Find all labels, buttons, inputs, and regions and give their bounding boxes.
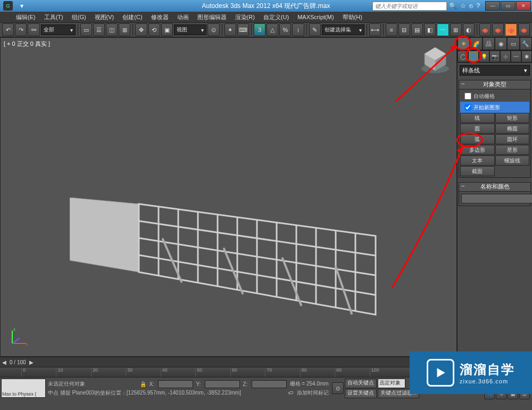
align-button[interactable]: ≡ bbox=[386, 23, 397, 36]
autokey-toggle[interactable]: 自动关键点 bbox=[345, 379, 377, 388]
sub-spacewarps[interactable]: 〰 bbox=[511, 51, 521, 62]
snap-toggle[interactable]: 3 bbox=[254, 23, 265, 36]
menu-maxscript[interactable]: MAXScript(M) bbox=[293, 14, 338, 20]
spinner-snap[interactable]: ↕ bbox=[292, 23, 304, 36]
btn-donut[interactable]: 圆环 bbox=[495, 134, 530, 144]
keyset-dropdown[interactable]: 选定对象 bbox=[378, 379, 405, 388]
btn-ellipse[interactable]: 椭圆 bbox=[495, 124, 530, 134]
render-button[interactable]: 🫖 bbox=[505, 23, 517, 36]
pivot-button[interactable]: ⊙ bbox=[207, 23, 219, 36]
undo-button[interactable]: ↶ bbox=[2, 23, 14, 36]
render-setup-button[interactable]: 🫖 bbox=[479, 23, 491, 36]
sub-systems[interactable]: ✱ bbox=[521, 51, 532, 62]
restore-button[interactable]: ▭ bbox=[501, 1, 516, 11]
keymode-button[interactable]: ⌨ bbox=[237, 23, 249, 36]
viewport-label[interactable]: [ + 0 正交 0 真实 ] bbox=[4, 40, 50, 48]
window-crossing-button[interactable]: ⊞ bbox=[119, 23, 130, 36]
help-icon[interactable]: ? bbox=[476, 2, 480, 10]
create-category-dropdown[interactable]: 样条线▾ bbox=[460, 65, 530, 76]
graphite-button[interactable]: ◧ bbox=[424, 23, 436, 36]
signin-icon[interactable]: ⎋ bbox=[469, 2, 473, 10]
menu-create[interactable]: 创建(C) bbox=[118, 13, 146, 21]
menu-modifiers[interactable]: 修改器 bbox=[147, 13, 173, 21]
autogrid-row[interactable]: 自动栅格 bbox=[460, 91, 529, 102]
menu-customize[interactable]: 自定义(U) bbox=[259, 13, 293, 21]
coord-x-input[interactable] bbox=[158, 380, 193, 388]
tab-motion[interactable]: ◉ bbox=[495, 37, 507, 50]
filter-dropdown[interactable]: 全部▾ bbox=[41, 24, 76, 35]
material-editor-button[interactable]: ◐ bbox=[463, 23, 475, 36]
layers-button[interactable]: ▤ bbox=[411, 23, 423, 36]
coord-y-input[interactable] bbox=[205, 380, 240, 388]
menu-view[interactable]: 视图(V) bbox=[90, 13, 119, 21]
lock-icon[interactable]: 🔒 bbox=[140, 381, 146, 387]
btn-helix[interactable]: 螺旋线 bbox=[495, 155, 530, 166]
manip-button[interactable]: ✦ bbox=[225, 23, 236, 36]
timeslider-frame[interactable]: 0 / 100 bbox=[6, 359, 29, 365]
modify-icon: 🌈 bbox=[472, 40, 480, 47]
percent-snap[interactable]: % bbox=[279, 23, 291, 36]
named-sel-dropdown[interactable]: 创建选择集▾ bbox=[322, 24, 364, 35]
edit-named-sel[interactable]: ✎ bbox=[309, 23, 321, 36]
tag-icon[interactable]: 🏷 bbox=[288, 390, 294, 396]
favorite-icon[interactable]: ☆ bbox=[460, 2, 466, 10]
search-icon[interactable]: 🔍 bbox=[449, 2, 457, 10]
menu-render[interactable]: 渲染(R) bbox=[231, 13, 259, 21]
rotate-button[interactable]: ⟲ bbox=[148, 23, 160, 36]
mirror-button[interactable]: ⟷ bbox=[369, 23, 381, 36]
rollout-title-objecttype[interactable]: 对象类型 bbox=[459, 80, 530, 89]
menu-group[interactable]: 组(G) bbox=[68, 13, 90, 21]
startnew-row[interactable]: 开始新图形 bbox=[460, 102, 529, 113]
angle-snap[interactable]: △ bbox=[267, 23, 278, 36]
scale-button[interactable]: ▣ bbox=[161, 23, 173, 36]
minimize-button[interactable]: — bbox=[485, 1, 500, 11]
viewport[interactable]: [ + 0 正交 0 真实 ] bbox=[0, 37, 457, 357]
link-button[interactable]: ⚯ bbox=[28, 23, 39, 36]
menu-help[interactable]: 帮助(H) bbox=[338, 13, 367, 21]
object-name-input[interactable] bbox=[461, 194, 532, 203]
app-icon[interactable]: G bbox=[3, 1, 13, 11]
startnew-checkbox[interactable] bbox=[464, 104, 471, 111]
timeslider-next[interactable]: ▶ bbox=[29, 359, 34, 365]
btn-star[interactable]: 星形 bbox=[495, 145, 530, 155]
curve-editor-button[interactable]: 〰 bbox=[437, 23, 448, 36]
btn-section[interactable]: 截面 bbox=[460, 166, 495, 176]
btn-line[interactable]: 线 bbox=[460, 113, 495, 123]
isolate-icon[interactable]: ⊙ bbox=[332, 382, 344, 394]
btn-rectangle[interactable]: 矩形 bbox=[495, 113, 530, 123]
help-search-input[interactable] bbox=[372, 2, 447, 11]
sub-helpers[interactable]: ⊹ bbox=[500, 51, 511, 62]
select-region-button[interactable]: ◫ bbox=[106, 23, 118, 36]
menu-edit[interactable]: 编辑(E) bbox=[12, 13, 40, 21]
menu-animation[interactable]: 动画 bbox=[173, 13, 193, 21]
autogrid-checkbox[interactable] bbox=[464, 93, 471, 100]
coord-dropdown[interactable]: 视图▾ bbox=[174, 24, 206, 35]
tab-utilities[interactable]: 🔧 bbox=[520, 37, 532, 50]
menu-graph[interactable]: 图形编辑器 bbox=[193, 13, 231, 21]
redo-button[interactable]: ↷ bbox=[15, 23, 27, 36]
maxscript-listener[interactable]: Max to Physex ( bbox=[1, 379, 46, 398]
viewcube[interactable] bbox=[419, 43, 451, 75]
close-button[interactable]: ✕ bbox=[516, 1, 531, 11]
quick-align[interactable]: ⊟ bbox=[398, 23, 410, 36]
btn-text[interactable]: 文本 bbox=[460, 155, 495, 166]
timeslider-prev[interactable]: ◀ bbox=[2, 359, 6, 365]
schematic-button[interactable]: ⊞ bbox=[450, 23, 462, 36]
rendered-frame-button[interactable]: 🫖 bbox=[492, 23, 504, 36]
select-name-button[interactable]: ☰ bbox=[93, 23, 105, 36]
rollout-objecttype: 对象类型 自动栅格 开始新图形 线 矩形 圆 椭圆 弧 圆环 多边形 星形 文本… bbox=[459, 80, 531, 178]
move-button[interactable]: ✥ bbox=[135, 23, 147, 36]
rollout-title-namecolor[interactable]: 名称和颜色 bbox=[459, 183, 530, 192]
tab-hierarchy[interactable]: 品 bbox=[483, 37, 495, 50]
sub-cameras[interactable]: 📷 bbox=[489, 51, 500, 62]
rollout-namecolor: 名称和颜色 bbox=[459, 182, 531, 206]
tab-display[interactable]: ▭ bbox=[507, 37, 519, 50]
select-button[interactable]: ▭ bbox=[80, 23, 92, 36]
quick-render-button[interactable]: 🫖 bbox=[518, 23, 530, 36]
help-search[interactable] bbox=[372, 2, 447, 11]
coord-z-input[interactable] bbox=[252, 380, 287, 388]
setkey-toggle[interactable]: 设置关键点 bbox=[345, 389, 377, 398]
btn-circle[interactable]: 圆 bbox=[460, 124, 495, 134]
menu-tools[interactable]: 工具(T) bbox=[40, 13, 68, 21]
add-time-tag[interactable]: 添加时间标记 bbox=[297, 389, 329, 397]
